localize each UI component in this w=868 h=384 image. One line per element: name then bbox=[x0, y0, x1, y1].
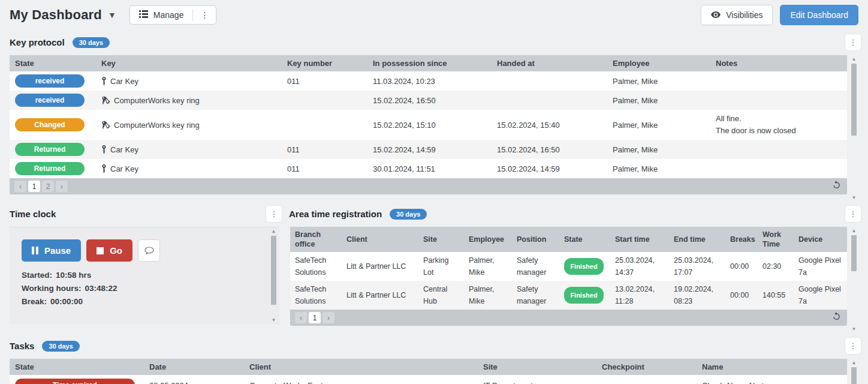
list-icon bbox=[139, 10, 148, 20]
notes bbox=[710, 91, 847, 110]
scroll-up-icon[interactable]: ▲ bbox=[849, 228, 858, 233]
key-name: ComputerWorks key ring bbox=[114, 121, 200, 130]
client: Litt & Partner LLC bbox=[342, 281, 418, 310]
column-header[interactable]: State bbox=[10, 55, 96, 71]
table-row[interactable]: SafeTech Solutions Litt & Partner LLC Pa… bbox=[290, 252, 847, 281]
column-header[interactable]: Employee bbox=[607, 55, 710, 71]
employee: Palmer, Mike bbox=[607, 140, 710, 159]
pagination-next[interactable]: › bbox=[56, 181, 68, 192]
scrollbar-thumb[interactable] bbox=[271, 236, 276, 305]
pagination-page-1[interactable]: 1 bbox=[28, 181, 40, 192]
table-row[interactable]: SafeTech Solutions Litt & Partner LLC Ce… bbox=[290, 281, 847, 310]
column-header[interactable]: In possession since bbox=[367, 55, 492, 71]
kebab-menu-icon[interactable]: ⋮ bbox=[845, 338, 861, 354]
go-button-label: Go bbox=[110, 245, 122, 256]
column-header[interactable]: Position bbox=[512, 227, 559, 252]
comment-button[interactable] bbox=[138, 239, 160, 262]
handed-at: 15.02.2024, 16:50 bbox=[492, 140, 607, 159]
scroll-down-icon[interactable]: ▼ bbox=[849, 195, 858, 200]
column-header[interactable]: Device bbox=[794, 227, 847, 252]
scrollbar-thumb[interactable] bbox=[851, 367, 857, 384]
column-header[interactable]: Key number bbox=[282, 55, 367, 71]
column-header[interactable]: Client bbox=[244, 359, 478, 375]
refresh-icon[interactable] bbox=[832, 312, 841, 321]
time-clock-stats: Started:10:58 hrs Working hours:03:48:22… bbox=[22, 271, 267, 306]
column-header[interactable]: State bbox=[10, 359, 144, 375]
pause-button[interactable]: Pause bbox=[22, 239, 81, 262]
visibilities-button[interactable]: Visibilities bbox=[701, 5, 773, 25]
column-header[interactable]: Date bbox=[144, 359, 244, 375]
task-date: 28.05.2024 bbox=[144, 375, 244, 384]
scroll-up-icon[interactable]: ▲ bbox=[849, 360, 858, 365]
column-header[interactable]: Branch office bbox=[290, 227, 342, 252]
handed-at: 15.02.2024, 15:40 bbox=[492, 110, 607, 140]
work-time: 02:30 bbox=[758, 252, 794, 281]
table-row[interactable]: Returned Car Key 011 15.02.2024, 14:59 1… bbox=[10, 140, 847, 159]
table-row[interactable]: received Car Key 011 11.03.2024, 10:23 P… bbox=[10, 71, 847, 91]
employee: Palmer, Mike bbox=[464, 252, 512, 281]
column-header[interactable]: End time bbox=[669, 227, 725, 252]
scrollbar-thumb[interactable] bbox=[851, 64, 857, 136]
key-protocol-widget: State Key Key number In possession since… bbox=[10, 55, 858, 194]
column-header[interactable]: Checkpoint bbox=[596, 359, 697, 375]
kebab-menu-icon[interactable]: ⋮ bbox=[845, 34, 861, 50]
kebab-menu-icon[interactable]: ⋮ bbox=[845, 206, 861, 222]
edit-dashboard-button-label: Edit Dashboard bbox=[790, 10, 848, 20]
scroll-down-icon[interactable]: ▼ bbox=[269, 317, 278, 323]
period-badge[interactable]: 30 days bbox=[42, 341, 79, 352]
pagination-page-2[interactable]: 2 bbox=[42, 181, 54, 192]
chevron-down-icon[interactable]: ▼ bbox=[108, 10, 116, 20]
manage-button-group: Manage ⋮ bbox=[129, 5, 217, 25]
column-header[interactable]: Handed at bbox=[492, 55, 607, 71]
column-header[interactable]: Notes bbox=[710, 55, 847, 71]
eye-icon bbox=[711, 10, 721, 20]
visibilities-button-label: Visibilities bbox=[726, 10, 762, 20]
pagination-page-1[interactable]: 1 bbox=[309, 312, 321, 323]
column-header[interactable]: Site bbox=[478, 359, 596, 375]
column-header[interactable]: Name bbox=[697, 359, 847, 375]
vertical-scrollbar: ▲ ▼ bbox=[269, 227, 278, 324]
column-header[interactable]: Work Time bbox=[758, 227, 794, 252]
scroll-up-icon[interactable]: ▲ bbox=[849, 56, 858, 62]
employee: Palmer, Mike bbox=[464, 281, 512, 310]
go-button[interactable]: Go bbox=[86, 239, 132, 262]
column-header[interactable]: Employee bbox=[464, 227, 512, 252]
status-badge: Finished bbox=[564, 287, 604, 304]
column-header[interactable]: State bbox=[559, 227, 610, 252]
period-badge[interactable]: 30 days bbox=[73, 37, 110, 48]
table-row[interactable]: Returned Car Key 011 30.01.2024, 11:51 1… bbox=[10, 159, 847, 178]
position: Safety manager bbox=[512, 281, 559, 310]
table-row[interactable]: Changed ComputerWorks key ring 15.02.202… bbox=[10, 110, 847, 140]
refresh-icon[interactable] bbox=[832, 181, 841, 190]
table-row[interactable]: received ComputerWorks key ring 15.02.20… bbox=[10, 91, 847, 110]
edit-dashboard-button[interactable]: Edit Dashboard bbox=[780, 5, 858, 25]
column-header[interactable]: Key bbox=[96, 55, 282, 71]
pagination-prev[interactable]: ‹ bbox=[295, 312, 307, 323]
stop-icon bbox=[97, 247, 104, 254]
column-header[interactable]: Client bbox=[342, 227, 418, 252]
pagination-next[interactable]: › bbox=[323, 312, 334, 323]
pagination-prev[interactable]: ‹ bbox=[14, 181, 26, 192]
key-protocol-section: Key protocol 30 days ⋮ State Key Key num… bbox=[0, 29, 868, 194]
scroll-up-icon[interactable]: ▲ bbox=[269, 229, 278, 234]
area-time-registration-table: Branch office Client Site Employee Posit… bbox=[290, 227, 847, 310]
employee: Palmer, Mike bbox=[607, 159, 710, 178]
status-badge: Returned bbox=[15, 162, 85, 175]
scrollbar-thumb[interactable] bbox=[851, 235, 857, 271]
task-site: IT Department bbox=[478, 375, 596, 384]
employee: Palmer, Mike bbox=[607, 91, 710, 110]
manage-button[interactable]: Manage bbox=[130, 6, 193, 24]
column-header[interactable]: Start time bbox=[610, 227, 669, 252]
speech-bubble-icon bbox=[144, 247, 154, 254]
scroll-down-icon[interactable]: ▼ bbox=[849, 326, 858, 332]
table-row[interactable]: Time expired 28.05.2024 ComputerWorks Fa… bbox=[10, 375, 847, 384]
section-title: Tasks bbox=[10, 341, 34, 351]
manage-kebab-icon[interactable]: ⋮ bbox=[193, 6, 216, 24]
key-name: Car Key bbox=[110, 164, 138, 173]
column-header[interactable]: Site bbox=[418, 227, 464, 252]
employee: Palmer, Mike bbox=[607, 110, 710, 140]
handed-at: 15.02.2024, 14:59 bbox=[492, 159, 607, 178]
column-header[interactable]: Breaks bbox=[725, 227, 758, 252]
period-badge[interactable]: 30 days bbox=[390, 209, 427, 220]
kebab-menu-icon[interactable]: ⋮ bbox=[266, 206, 282, 222]
